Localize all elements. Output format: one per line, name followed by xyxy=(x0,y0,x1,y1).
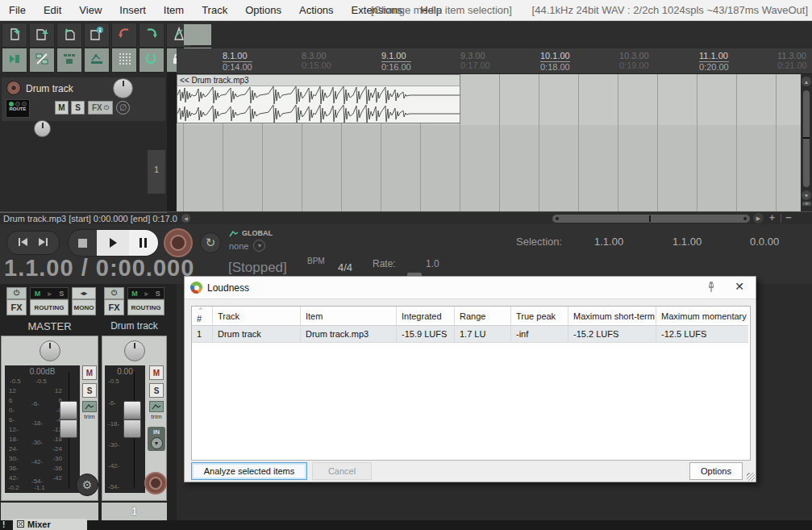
column-header-item[interactable]: Item xyxy=(301,307,397,326)
menu-options[interactable]: Options xyxy=(236,4,290,16)
master-solo-button[interactable]: S xyxy=(82,383,97,398)
project-settings-button[interactable] xyxy=(84,23,110,48)
column-header-track[interactable]: Track xyxy=(213,307,301,326)
menu-insert[interactable]: Insert xyxy=(110,4,155,16)
column-header-range[interactable]: Range xyxy=(455,307,511,326)
cancel-button[interactable]: Cancel xyxy=(312,462,372,480)
column-header-integrated[interactable]: Integrated xyxy=(397,307,455,326)
drum-gain-readout[interactable]: 0.00 xyxy=(105,365,145,376)
track-name[interactable]: Drum track xyxy=(26,83,73,94)
transport-time-display[interactable]: 1.1.00 / 0:00.000 xyxy=(4,255,194,282)
close-icon[interactable]: ✕ xyxy=(735,280,744,293)
zoom-in-button[interactable]: + xyxy=(769,212,775,223)
drum-input-button[interactable]: IN ▼ xyxy=(148,427,165,451)
options-button[interactable]: Options xyxy=(689,462,743,480)
master-routing-button[interactable]: ROUTING xyxy=(30,299,69,315)
item-grouping-button[interactable] xyxy=(29,48,55,73)
stop-button[interactable] xyxy=(69,230,97,256)
vertical-scrollbar[interactable]: ▲ ▼ + xyxy=(801,74,812,211)
grid-lines-button[interactable] xyxy=(111,48,137,73)
zoom-in-vertical-button[interactable]: + xyxy=(802,202,811,206)
master-mono-button[interactable]: MONO xyxy=(72,299,96,315)
master-mono-icon[interactable]: ◂▸ xyxy=(72,287,96,299)
selection-start[interactable]: 1.1.00 xyxy=(594,236,623,248)
automation-global[interactable]: GLOBAL none ▼ xyxy=(229,229,273,252)
save-project-button[interactable] xyxy=(56,23,82,48)
master-mute-button[interactable]: M xyxy=(82,365,97,380)
automation-dropdown-icon[interactable]: ▼ xyxy=(253,240,265,252)
scroll-left-button[interactable]: ◀ xyxy=(181,214,190,223)
scroll-down-button[interactable]: ▼ xyxy=(802,190,811,200)
new-project-button[interactable] xyxy=(2,23,27,48)
drum-input-dropdown-icon[interactable]: ▼ xyxy=(151,437,163,449)
redo-button[interactable] xyxy=(139,23,164,48)
row-cell-range[interactable]: 1.7 LU xyxy=(455,326,511,343)
rate-value[interactable]: 1.0 xyxy=(426,258,439,269)
record-button[interactable] xyxy=(164,228,193,257)
drum-solo-button[interactable]: S xyxy=(149,383,164,398)
menu-actions[interactable]: Actions xyxy=(290,4,343,16)
mute-button[interactable]: M xyxy=(55,101,69,115)
column-header-max-short-term[interactable]: Maximum short-term xyxy=(568,307,656,326)
docker-button[interactable] xyxy=(56,48,82,73)
drum-mute-button[interactable]: M xyxy=(149,365,164,380)
envelope-points-button[interactable] xyxy=(84,48,110,73)
media-item[interactable]: << Drum track.mp3 xyxy=(177,74,460,123)
row-cell-max-short-term[interactable]: -15.2 LUFS xyxy=(568,326,656,343)
row-cell-max-momentary[interactable]: -12.5 LUFS xyxy=(656,326,748,343)
drum-mute-solo-indicators[interactable]: M ▸ S xyxy=(127,287,164,299)
column-header-true-peak[interactable]: True peak xyxy=(511,307,568,326)
vscroll-thumb[interactable] xyxy=(803,90,810,187)
resize-grip[interactable] xyxy=(747,473,755,481)
drum-fx-button[interactable]: FX xyxy=(104,299,124,315)
master-trim-icon[interactable] xyxy=(82,401,97,412)
analyze-selected-items-button[interactable]: Analyze selected items xyxy=(191,462,307,480)
tcp-splitter[interactable] xyxy=(167,73,177,211)
row-cell-track[interactable]: Drum track xyxy=(213,326,301,343)
master-strip-label[interactable]: MASTER xyxy=(1,318,98,334)
scroll-up-button[interactable]: ▲ xyxy=(802,77,811,86)
play-button[interactable] xyxy=(97,230,128,256)
master-mute-solo-indicators[interactable]: M ▸ S xyxy=(30,287,69,299)
drum-routing-button[interactable]: ROUTING xyxy=(127,299,164,315)
menu-view[interactable]: View xyxy=(70,4,110,16)
master-pan-knob[interactable] xyxy=(40,340,60,361)
drum-record-arm-button[interactable] xyxy=(144,472,167,495)
time-signature[interactable]: 4/4 xyxy=(338,261,352,273)
drum-strip-label[interactable]: Drum track xyxy=(102,318,167,334)
arrange-view[interactable]: << Drum track.mp3 xyxy=(177,74,801,211)
fx-button[interactable]: FX⏻ xyxy=(88,101,113,115)
row-cell-true-peak[interactable]: -inf xyxy=(511,326,568,343)
go-to-start-button[interactable] xyxy=(18,236,29,250)
track-volume-knob[interactable] xyxy=(113,78,133,98)
track-number-strip[interactable]: 1 xyxy=(148,150,165,194)
dialog-title-bar[interactable]: Loudness ✕ xyxy=(185,277,756,299)
menu-item[interactable]: Item xyxy=(155,4,193,16)
snap-button[interactable] xyxy=(139,48,164,73)
track-control-panel[interactable]: Drum track ROUTE M S FX⏻ ∅ xyxy=(2,77,165,121)
mixer-docker-tab[interactable]: Mixer xyxy=(13,519,87,530)
selection-end[interactable]: 1.1.00 xyxy=(673,236,702,248)
open-project-button[interactable] xyxy=(29,23,55,48)
row-cell-num[interactable]: 1 xyxy=(192,326,213,343)
row-cell-integrated[interactable]: -15.9 LUFS xyxy=(397,326,455,343)
hscroll-menu-button[interactable]: ▶ xyxy=(753,213,764,223)
move-items-button[interactable] xyxy=(2,48,27,73)
drum-trim-icon[interactable] xyxy=(149,401,164,412)
menu-edit[interactable]: Edit xyxy=(35,4,70,16)
arrange-empty-area[interactable] xyxy=(177,125,801,211)
master-fx-button[interactable]: FX xyxy=(6,299,27,315)
pin-icon[interactable] xyxy=(706,281,717,296)
drum-pan-knob[interactable] xyxy=(124,340,145,361)
master-settings-gear-icon[interactable]: ⚙ xyxy=(76,474,98,496)
phase-button[interactable]: ∅ xyxy=(116,101,130,115)
hscroll-thumb[interactable] xyxy=(552,215,750,223)
row-cell-item[interactable]: Drum track.mp3 xyxy=(301,326,397,343)
go-to-end-button[interactable] xyxy=(37,236,48,250)
master-fader-handle[interactable] xyxy=(60,401,77,438)
menu-file[interactable]: File xyxy=(0,4,35,16)
route-button[interactable]: ROUTE xyxy=(6,99,30,118)
drum-fx-power-button[interactable]: ⏻ xyxy=(104,287,124,299)
master-fx-power-button[interactable]: ⏻ xyxy=(6,287,27,299)
pan-knob[interactable] xyxy=(34,120,51,137)
